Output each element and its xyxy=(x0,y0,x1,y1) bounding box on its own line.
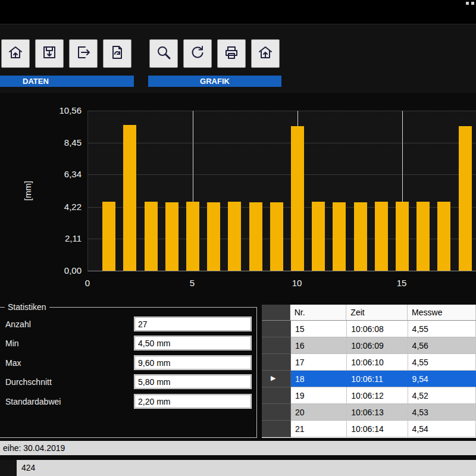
cell-messwert: 4,54 xyxy=(408,421,476,437)
stat-label-min: Min xyxy=(5,339,19,348)
chart-bar xyxy=(416,202,430,271)
y-tick-label: 0,00 xyxy=(52,265,82,275)
window-controls[interactable] xyxy=(466,2,474,5)
cell-nr: 20 xyxy=(291,404,347,421)
printer-icon xyxy=(224,45,239,62)
stat-value-durchschnitt[interactable] xyxy=(134,375,251,389)
row-selector[interactable] xyxy=(262,387,291,404)
stat-row: Durchschnitt xyxy=(0,375,256,389)
y-tick-label: 8,45 xyxy=(52,137,82,148)
cell-zeit: 10:06:08 xyxy=(347,321,408,337)
save-button[interactable] xyxy=(35,39,64,68)
chart-bar xyxy=(228,202,241,271)
row-selector[interactable]: ▶ xyxy=(262,371,291,387)
stat-label-max: Max xyxy=(5,358,21,368)
stat-label-anzahl: Anzahl xyxy=(5,320,31,329)
x-tick-label: 0 xyxy=(76,278,99,288)
cell-messwert: 4,52 xyxy=(408,387,476,404)
chart-bar xyxy=(249,202,262,271)
exit-button[interactable] xyxy=(69,39,98,68)
row-selector[interactable] xyxy=(262,354,291,371)
toolbar-group-label-daten: DATEN xyxy=(0,76,134,87)
chart-bar xyxy=(165,202,178,271)
application-window: DATEN GRAFIK [mm] 0,002,114,226,348,4510… xyxy=(0,0,476,476)
header-nr[interactable]: Nr. xyxy=(290,305,347,320)
chart-bar xyxy=(207,202,220,271)
chart-bar xyxy=(102,202,115,271)
chart-bar xyxy=(291,126,304,271)
table-row[interactable]: 21 10:06:14 4,54 xyxy=(262,421,476,437)
statistics-groupbox: Statistiken Anzahl Min Max Durchschnitt … xyxy=(0,307,257,438)
chart-bar xyxy=(396,202,409,271)
home-arrow-icon xyxy=(258,45,273,62)
table-row[interactable]: 17 10:06:10 4,55 xyxy=(262,354,476,371)
cell-nr: 16 xyxy=(291,337,347,354)
x-tick-label: 10 xyxy=(285,278,309,288)
house-arrow-icon xyxy=(8,45,23,62)
row-selector[interactable] xyxy=(262,321,291,337)
row-selector[interactable] xyxy=(262,337,291,354)
toolbar: DATEN GRAFIK xyxy=(0,24,476,93)
stat-row: Min xyxy=(0,336,256,350)
stat-label-standardabwei: Standardabwei xyxy=(5,397,61,406)
header-messwert[interactable]: Messwe xyxy=(408,305,476,320)
cell-zeit: 10:06:14 xyxy=(347,421,408,437)
x-tick-label: 5 xyxy=(180,278,204,288)
y-tick-label: 4,22 xyxy=(52,202,82,212)
y-tick-label: 2,11 xyxy=(52,233,82,243)
chart-bar xyxy=(145,202,158,271)
selected-row-arrow-icon: ▶ xyxy=(271,374,275,381)
cell-messwert: 4,53 xyxy=(408,404,476,421)
row-selector[interactable] xyxy=(262,421,291,437)
status-count-text: 424 xyxy=(21,460,35,476)
chart-bar xyxy=(437,202,450,271)
gridline-horizontal xyxy=(88,143,476,143)
exit-door-icon xyxy=(76,45,91,62)
stat-label-durchschnitt: Durchschnitt xyxy=(5,377,52,387)
chart-bar xyxy=(333,202,346,271)
chart-bar xyxy=(123,125,136,271)
gridline-horizontal xyxy=(88,174,476,175)
cell-nr: 15 xyxy=(291,321,347,337)
stat-value-standardabwei[interactable] xyxy=(134,394,251,408)
header-row-selector xyxy=(262,305,290,320)
print-button[interactable] xyxy=(217,39,246,68)
title-bar xyxy=(0,0,476,24)
refresh-button[interactable] xyxy=(183,39,212,68)
y-axis-label: [mm] xyxy=(23,181,33,201)
recycle-icon xyxy=(190,45,205,62)
cell-zeit: 10:06:13 xyxy=(347,404,408,421)
stat-value-anzahl[interactable] xyxy=(134,317,251,331)
stat-value-min[interactable] xyxy=(134,336,251,350)
save-icon xyxy=(42,45,57,62)
chart-bar xyxy=(312,202,325,271)
table-row[interactable]: 19 10:06:12 4,52 xyxy=(262,387,476,404)
table-header: Nr. Zeit Messwe xyxy=(262,305,476,321)
chart-bar xyxy=(375,202,388,271)
table-row[interactable]: 20 10:06:13 4,53 xyxy=(262,404,476,421)
toolbar-group-label-grafik: GRAFIK xyxy=(148,76,281,87)
y-tick-label: 6,34 xyxy=(52,169,82,179)
stat-value-max[interactable] xyxy=(134,356,251,369)
chart-plot-area xyxy=(87,111,476,271)
cell-zeit: 10:06:10 xyxy=(347,354,408,371)
row-selector[interactable] xyxy=(262,404,291,421)
cell-zeit: 10:06:09 xyxy=(347,337,408,354)
cell-nr: 17 xyxy=(291,354,347,371)
header-zeit[interactable]: Zeit xyxy=(346,305,408,320)
cell-zeit: 10:06:11 xyxy=(347,371,408,387)
report-button[interactable] xyxy=(103,39,131,68)
status-bar-bottom: 424 xyxy=(0,460,476,476)
chart-bar xyxy=(186,202,199,271)
cell-messwert: 4,56 xyxy=(408,337,476,354)
home-button[interactable] xyxy=(251,39,280,68)
zoom-button[interactable] xyxy=(149,39,178,68)
cell-nr: 18 xyxy=(291,371,347,387)
x-tick-label: 15 xyxy=(390,278,414,288)
table-row[interactable]: 15 10:06:08 4,55 xyxy=(262,321,476,337)
load-button[interactable] xyxy=(1,39,30,68)
status-dark-block xyxy=(0,460,17,476)
table-row-selected[interactable]: ▶ 18 10:06:11 9,54 xyxy=(262,371,476,387)
table-row[interactable]: 16 10:06:09 4,56 xyxy=(262,337,476,354)
chart-bar xyxy=(354,202,367,271)
